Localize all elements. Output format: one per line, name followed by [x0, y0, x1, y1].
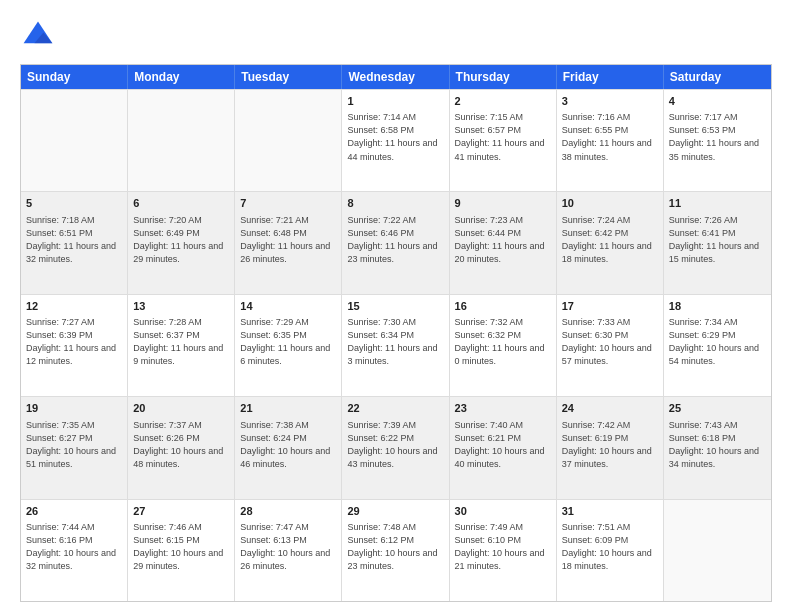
day-cell-14: 14Sunrise: 7:29 AMSunset: 6:35 PMDayligh… — [235, 295, 342, 396]
empty-cell — [128, 90, 235, 191]
day-cell-13: 13Sunrise: 7:28 AMSunset: 6:37 PMDayligh… — [128, 295, 235, 396]
logo-icon — [20, 18, 56, 54]
week-row-1: 1Sunrise: 7:14 AMSunset: 6:58 PMDaylight… — [21, 89, 771, 191]
day-info: Sunrise: 7:17 AMSunset: 6:53 PMDaylight:… — [669, 111, 766, 163]
day-number: 11 — [669, 196, 766, 211]
day-number: 14 — [240, 299, 336, 314]
day-info: Sunrise: 7:18 AMSunset: 6:51 PMDaylight:… — [26, 214, 122, 266]
header — [20, 18, 772, 54]
day-number: 20 — [133, 401, 229, 416]
day-number: 31 — [562, 504, 658, 519]
day-number: 27 — [133, 504, 229, 519]
day-number: 21 — [240, 401, 336, 416]
day-number: 24 — [562, 401, 658, 416]
day-cell-30: 30Sunrise: 7:49 AMSunset: 6:10 PMDayligh… — [450, 500, 557, 601]
day-cell-22: 22Sunrise: 7:39 AMSunset: 6:22 PMDayligh… — [342, 397, 449, 498]
day-number: 18 — [669, 299, 766, 314]
day-number: 4 — [669, 94, 766, 109]
day-header-friday: Friday — [557, 65, 664, 89]
day-info: Sunrise: 7:48 AMSunset: 6:12 PMDaylight:… — [347, 521, 443, 573]
day-info: Sunrise: 7:26 AMSunset: 6:41 PMDaylight:… — [669, 214, 766, 266]
day-number: 3 — [562, 94, 658, 109]
day-number: 6 — [133, 196, 229, 211]
week-row-3: 12Sunrise: 7:27 AMSunset: 6:39 PMDayligh… — [21, 294, 771, 396]
day-number: 5 — [26, 196, 122, 211]
day-number: 13 — [133, 299, 229, 314]
day-cell-6: 6Sunrise: 7:20 AMSunset: 6:49 PMDaylight… — [128, 192, 235, 293]
day-info: Sunrise: 7:32 AMSunset: 6:32 PMDaylight:… — [455, 316, 551, 368]
day-cell-28: 28Sunrise: 7:47 AMSunset: 6:13 PMDayligh… — [235, 500, 342, 601]
day-header-saturday: Saturday — [664, 65, 771, 89]
day-header-sunday: Sunday — [21, 65, 128, 89]
day-header-thursday: Thursday — [450, 65, 557, 89]
day-number: 2 — [455, 94, 551, 109]
day-number: 28 — [240, 504, 336, 519]
day-info: Sunrise: 7:34 AMSunset: 6:29 PMDaylight:… — [669, 316, 766, 368]
day-cell-16: 16Sunrise: 7:32 AMSunset: 6:32 PMDayligh… — [450, 295, 557, 396]
day-cell-4: 4Sunrise: 7:17 AMSunset: 6:53 PMDaylight… — [664, 90, 771, 191]
day-cell-9: 9Sunrise: 7:23 AMSunset: 6:44 PMDaylight… — [450, 192, 557, 293]
calendar-body: 1Sunrise: 7:14 AMSunset: 6:58 PMDaylight… — [21, 89, 771, 601]
day-cell-12: 12Sunrise: 7:27 AMSunset: 6:39 PMDayligh… — [21, 295, 128, 396]
day-info: Sunrise: 7:16 AMSunset: 6:55 PMDaylight:… — [562, 111, 658, 163]
day-cell-21: 21Sunrise: 7:38 AMSunset: 6:24 PMDayligh… — [235, 397, 342, 498]
day-info: Sunrise: 7:27 AMSunset: 6:39 PMDaylight:… — [26, 316, 122, 368]
page: SundayMondayTuesdayWednesdayThursdayFrid… — [0, 0, 792, 612]
day-cell-8: 8Sunrise: 7:22 AMSunset: 6:46 PMDaylight… — [342, 192, 449, 293]
day-info: Sunrise: 7:42 AMSunset: 6:19 PMDaylight:… — [562, 419, 658, 471]
day-cell-18: 18Sunrise: 7:34 AMSunset: 6:29 PMDayligh… — [664, 295, 771, 396]
day-info: Sunrise: 7:20 AMSunset: 6:49 PMDaylight:… — [133, 214, 229, 266]
day-number: 25 — [669, 401, 766, 416]
day-info: Sunrise: 7:38 AMSunset: 6:24 PMDaylight:… — [240, 419, 336, 471]
day-info: Sunrise: 7:21 AMSunset: 6:48 PMDaylight:… — [240, 214, 336, 266]
day-info: Sunrise: 7:29 AMSunset: 6:35 PMDaylight:… — [240, 316, 336, 368]
day-info: Sunrise: 7:23 AMSunset: 6:44 PMDaylight:… — [455, 214, 551, 266]
day-cell-15: 15Sunrise: 7:30 AMSunset: 6:34 PMDayligh… — [342, 295, 449, 396]
day-info: Sunrise: 7:39 AMSunset: 6:22 PMDaylight:… — [347, 419, 443, 471]
day-info: Sunrise: 7:28 AMSunset: 6:37 PMDaylight:… — [133, 316, 229, 368]
day-cell-17: 17Sunrise: 7:33 AMSunset: 6:30 PMDayligh… — [557, 295, 664, 396]
calendar: SundayMondayTuesdayWednesdayThursdayFrid… — [20, 64, 772, 602]
day-info: Sunrise: 7:14 AMSunset: 6:58 PMDaylight:… — [347, 111, 443, 163]
day-cell-23: 23Sunrise: 7:40 AMSunset: 6:21 PMDayligh… — [450, 397, 557, 498]
day-info: Sunrise: 7:15 AMSunset: 6:57 PMDaylight:… — [455, 111, 551, 163]
calendar-header-row: SundayMondayTuesdayWednesdayThursdayFrid… — [21, 65, 771, 89]
empty-cell — [21, 90, 128, 191]
day-cell-10: 10Sunrise: 7:24 AMSunset: 6:42 PMDayligh… — [557, 192, 664, 293]
day-info: Sunrise: 7:33 AMSunset: 6:30 PMDaylight:… — [562, 316, 658, 368]
day-number: 15 — [347, 299, 443, 314]
day-number: 23 — [455, 401, 551, 416]
day-info: Sunrise: 7:43 AMSunset: 6:18 PMDaylight:… — [669, 419, 766, 471]
day-number: 26 — [26, 504, 122, 519]
day-info: Sunrise: 7:37 AMSunset: 6:26 PMDaylight:… — [133, 419, 229, 471]
day-info: Sunrise: 7:22 AMSunset: 6:46 PMDaylight:… — [347, 214, 443, 266]
day-number: 10 — [562, 196, 658, 211]
day-number: 30 — [455, 504, 551, 519]
day-cell-25: 25Sunrise: 7:43 AMSunset: 6:18 PMDayligh… — [664, 397, 771, 498]
day-cell-20: 20Sunrise: 7:37 AMSunset: 6:26 PMDayligh… — [128, 397, 235, 498]
day-info: Sunrise: 7:24 AMSunset: 6:42 PMDaylight:… — [562, 214, 658, 266]
day-cell-3: 3Sunrise: 7:16 AMSunset: 6:55 PMDaylight… — [557, 90, 664, 191]
day-number: 7 — [240, 196, 336, 211]
day-cell-7: 7Sunrise: 7:21 AMSunset: 6:48 PMDaylight… — [235, 192, 342, 293]
day-cell-29: 29Sunrise: 7:48 AMSunset: 6:12 PMDayligh… — [342, 500, 449, 601]
day-number: 12 — [26, 299, 122, 314]
day-cell-24: 24Sunrise: 7:42 AMSunset: 6:19 PMDayligh… — [557, 397, 664, 498]
week-row-5: 26Sunrise: 7:44 AMSunset: 6:16 PMDayligh… — [21, 499, 771, 601]
week-row-2: 5Sunrise: 7:18 AMSunset: 6:51 PMDaylight… — [21, 191, 771, 293]
day-header-monday: Monday — [128, 65, 235, 89]
logo — [20, 18, 62, 54]
day-info: Sunrise: 7:47 AMSunset: 6:13 PMDaylight:… — [240, 521, 336, 573]
day-number: 8 — [347, 196, 443, 211]
day-info: Sunrise: 7:30 AMSunset: 6:34 PMDaylight:… — [347, 316, 443, 368]
day-number: 17 — [562, 299, 658, 314]
day-cell-27: 27Sunrise: 7:46 AMSunset: 6:15 PMDayligh… — [128, 500, 235, 601]
day-cell-11: 11Sunrise: 7:26 AMSunset: 6:41 PMDayligh… — [664, 192, 771, 293]
day-info: Sunrise: 7:40 AMSunset: 6:21 PMDaylight:… — [455, 419, 551, 471]
day-number: 16 — [455, 299, 551, 314]
day-number: 29 — [347, 504, 443, 519]
day-cell-5: 5Sunrise: 7:18 AMSunset: 6:51 PMDaylight… — [21, 192, 128, 293]
day-number: 19 — [26, 401, 122, 416]
day-header-tuesday: Tuesday — [235, 65, 342, 89]
day-info: Sunrise: 7:35 AMSunset: 6:27 PMDaylight:… — [26, 419, 122, 471]
